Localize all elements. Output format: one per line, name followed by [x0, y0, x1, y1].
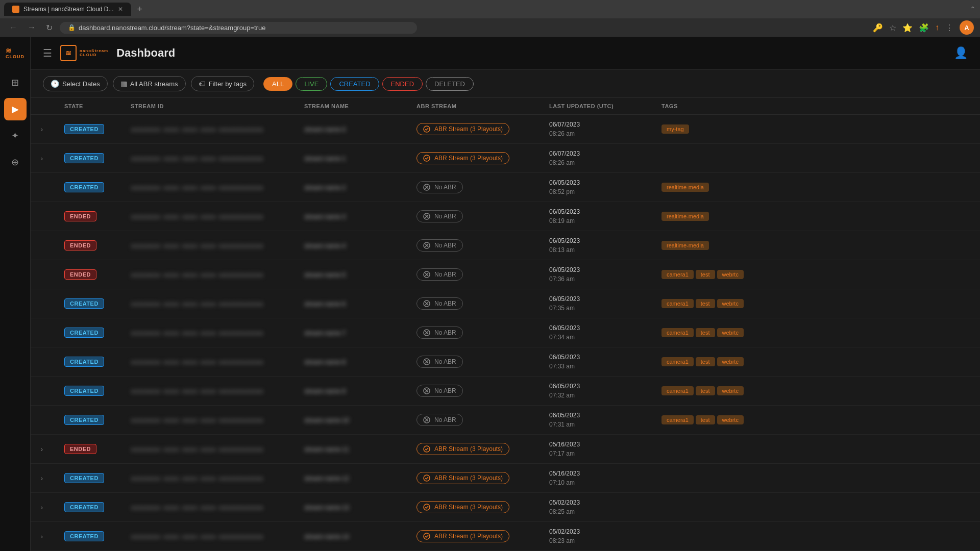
all-abr-streams-button[interactable]: ▦ All ABR streams [113, 76, 186, 91]
expand-button[interactable]: › [39, 473, 45, 484]
menu-icon[interactable]: ⋮ [945, 23, 953, 33]
sidebar-item-streams[interactable]: ▶ [4, 98, 27, 120]
tag-badge[interactable]: webrtc [717, 270, 744, 279]
tag-badge[interactable]: camera1 [662, 357, 694, 366]
table-row[interactable]: ENDEDxxxxxxxx-xxxx-xxxx-xxxx-xxxxxxxxxxx… [31, 260, 980, 289]
abr-badge[interactable]: ABR Stream (3 Playouts) [416, 501, 509, 513]
table-row[interactable]: CREATEDxxxxxxxx-xxxx-xxxx-xxxx-xxxxxxxxx… [31, 377, 980, 406]
expand-button[interactable]: › [39, 153, 45, 164]
user-icon[interactable]: 👤 [954, 46, 968, 60]
tag-badge[interactable]: realtime-media [662, 183, 709, 192]
expand-button[interactable]: › [39, 124, 45, 135]
table-row[interactable]: ›ENDEDxxxxxxxx-xxxx-xxxx-xxxx-xxxxxxxxxx… [31, 435, 980, 464]
tag-badge[interactable]: camera1 [662, 299, 694, 308]
star-icon[interactable]: ⭐ [902, 23, 913, 33]
table-row[interactable]: ›CREATEDxxxxxxxx-xxxx-xxxx-xxxx-xxxxxxxx… [31, 522, 980, 551]
expand-button[interactable]: › [39, 531, 45, 542]
tag-badge[interactable]: camera1 [662, 270, 694, 279]
tag-badge[interactable]: test [696, 386, 715, 395]
select-dates-button[interactable]: 🕐 Select Dates [43, 76, 108, 91]
browser-tab-active[interactable]: Streams | nanoStream Cloud D... ✕ [4, 3, 131, 16]
abr-stream-cell[interactable]: No ABR [408, 231, 541, 260]
update-icon[interactable]: ↑ [935, 23, 939, 32]
abr-stream-cell[interactable]: No ABR [408, 347, 541, 377]
new-tab-button[interactable]: + [133, 2, 147, 17]
tag-badge[interactable]: webrtc [717, 357, 744, 366]
stream-name-cell: stream-name-6 [296, 289, 408, 318]
table-row[interactable]: ›CREATEDxxxxxxxx-xxxx-xxxx-xxxx-xxxxxxxx… [31, 144, 980, 173]
filter-by-tags-button[interactable]: 🏷 Filter by tags [191, 76, 254, 91]
table-row[interactable]: CREATEDxxxxxxxx-xxxx-xxxx-xxxx-xxxxxxxxx… [31, 289, 980, 318]
table-row[interactable]: ›CREATEDxxxxxxxx-xxxx-xxxx-xxxx-xxxxxxxx… [31, 493, 980, 522]
table-row[interactable]: CREATEDxxxxxxxx-xxxx-xxxx-xxxx-xxxxxxxxx… [31, 173, 980, 202]
state-badge: CREATED [64, 298, 104, 309]
table-row[interactable]: ›CREATEDxxxxxxxx-xxxx-xxxx-xxxx-xxxxxxxx… [31, 464, 980, 493]
tag-badge[interactable]: realtime-media [662, 212, 709, 221]
tag-badge[interactable]: my-tag [662, 124, 689, 134]
abr-stream-cell[interactable]: No ABR [408, 260, 541, 289]
abr-stream-cell[interactable]: No ABR [408, 173, 541, 202]
filter-tab-ended[interactable]: ENDED [382, 77, 423, 91]
back-button[interactable]: ← [6, 22, 20, 33]
abr-stream-cell[interactable]: No ABR [408, 318, 541, 347]
abr-stream-cell[interactable]: ABR Stream (3 Playouts) [408, 435, 541, 464]
profile-button[interactable]: A [960, 20, 974, 35]
table-row[interactable]: ENDEDxxxxxxxx-xxxx-xxxx-xxxx-xxxxxxxxxxx… [31, 202, 980, 231]
tag-badge[interactable]: test [696, 357, 715, 366]
table-row[interactable]: ›CREATEDxxxxxxxx-xxxx-xxxx-xxxx-xxxxxxxx… [31, 115, 980, 144]
abr-badge[interactable]: ABR Stream (3 Playouts) [416, 443, 509, 455]
forward-button[interactable]: → [24, 22, 39, 33]
extension-icon[interactable]: 🧩 [919, 23, 929, 33]
bookmark-icon[interactable]: ☆ [889, 23, 896, 33]
expand-button[interactable]: › [39, 444, 45, 455]
abr-stream-cell[interactable]: No ABR [408, 406, 541, 435]
stream-name-cell: stream-name-14 [296, 522, 408, 551]
tag-badge[interactable]: test [696, 328, 715, 337]
sidebar-item-analytics[interactable]: ✦ [4, 124, 27, 147]
sidebar-item-dashboard[interactable]: ⊞ [4, 71, 27, 94]
no-abr-badge: No ABR [416, 181, 463, 193]
tag-badge[interactable]: camera1 [662, 328, 694, 337]
tag-badge[interactable]: camera1 [662, 415, 694, 424]
tag-badge[interactable]: webrtc [717, 415, 744, 424]
filter-tab-live[interactable]: LIVE [296, 77, 327, 91]
tab-close-btn[interactable]: ✕ [118, 6, 123, 13]
reload-button[interactable]: ↻ [43, 22, 56, 34]
abr-stream-cell[interactable]: ABR Stream (3 Playouts) [408, 464, 541, 493]
address-bar[interactable]: 🔒 dashboard.nanostream.cloud/stream?stat… [60, 22, 417, 34]
abr-stream-cell[interactable]: No ABR [408, 377, 541, 406]
state-badge: CREATED [64, 153, 104, 163]
abr-stream-cell[interactable]: ABR Stream (3 Playouts) [408, 493, 541, 522]
tag-badge[interactable]: realtime-media [662, 241, 709, 250]
filter-tab-all[interactable]: ALL [263, 77, 292, 91]
table-row[interactable]: ENDEDxxxxxxxx-xxxx-xxxx-xxxx-xxxxxxxxxxx… [31, 231, 980, 260]
tag-badge[interactable]: webrtc [717, 328, 744, 337]
expand-cell: › [31, 464, 56, 493]
tag-badge[interactable]: webrtc [717, 299, 744, 308]
tag-badge[interactable]: webrtc [717, 386, 744, 395]
abr-badge[interactable]: ABR Stream (3 Playouts) [416, 152, 509, 164]
abr-badge[interactable]: ABR Stream (3 Playouts) [416, 472, 509, 484]
abr-stream-cell[interactable]: ABR Stream (3 Playouts) [408, 144, 541, 173]
state-cell: CREATED [56, 464, 122, 493]
abr-badge[interactable]: ABR Stream (3 Playouts) [416, 123, 509, 135]
filter-tab-created[interactable]: CREATED [330, 77, 379, 91]
table-row[interactable]: CREATEDxxxxxxxx-xxxx-xxxx-xxxx-xxxxxxxxx… [31, 318, 980, 347]
tag-badge[interactable]: test [696, 299, 715, 308]
tag-badge[interactable]: test [696, 270, 715, 279]
key-icon[interactable]: 🔑 [873, 23, 883, 33]
tag-badge[interactable]: camera1 [662, 386, 694, 395]
hamburger-button[interactable]: ☰ [43, 47, 52, 59]
table-row[interactable]: CREATEDxxxxxxxx-xxxx-xxxx-xxxx-xxxxxxxxx… [31, 347, 980, 377]
abr-stream-cell[interactable]: ABR Stream (3 Playouts) [408, 522, 541, 551]
abr-badge[interactable]: ABR Stream (3 Playouts) [416, 530, 509, 542]
sidebar-item-add[interactable]: ⊕ [4, 151, 27, 173]
calendar-icon: 🕐 [51, 80, 59, 88]
table-row[interactable]: CREATEDxxxxxxxx-xxxx-xxxx-xxxx-xxxxxxxxx… [31, 406, 980, 435]
tag-badge[interactable]: test [696, 415, 715, 424]
abr-stream-cell[interactable]: ABR Stream (3 Playouts) [408, 115, 541, 144]
abr-stream-cell[interactable]: No ABR [408, 202, 541, 231]
abr-stream-cell[interactable]: No ABR [408, 289, 541, 318]
expand-button[interactable]: › [39, 502, 45, 513]
filter-tab-deleted[interactable]: DELETED [426, 77, 474, 91]
